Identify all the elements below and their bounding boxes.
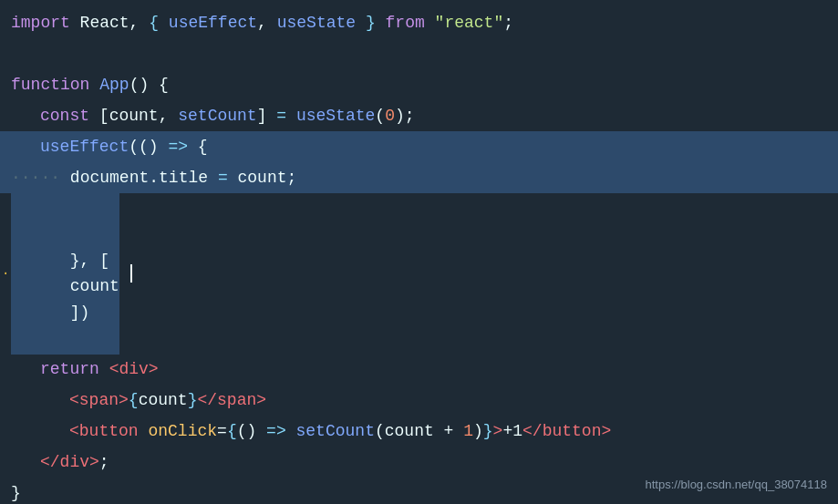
code-line-7: · }, [ count ]) (0, 193, 838, 355)
gutter-dot: · (2, 263, 9, 283)
text-cursor (130, 264, 132, 283)
code-line-6: ····· document . title = count ; (0, 162, 838, 193)
code-line-10: <button onClick = { () => setCount ( cou… (0, 417, 838, 447)
code-editor: import React, { useEffect , useState } f… (0, 0, 838, 504)
code-line-8: return <div> (0, 355, 838, 386)
code-line-11: </div> ; (0, 447, 838, 478)
token-import: import (11, 10, 70, 36)
watermark: https://blog.csdn.net/qq_38074118 (646, 476, 828, 495)
code-line-1: import React, { useEffect , useState } f… (0, 7, 838, 38)
code-line-5: useEffect (() => { (0, 131, 838, 162)
code-line-2 (0, 38, 838, 69)
code-line-3: function App () { (0, 69, 838, 100)
code-line-4: const [ count , setCount ] = useState ( … (0, 100, 838, 131)
code-line-9: <span> { count } </span> (0, 386, 838, 417)
